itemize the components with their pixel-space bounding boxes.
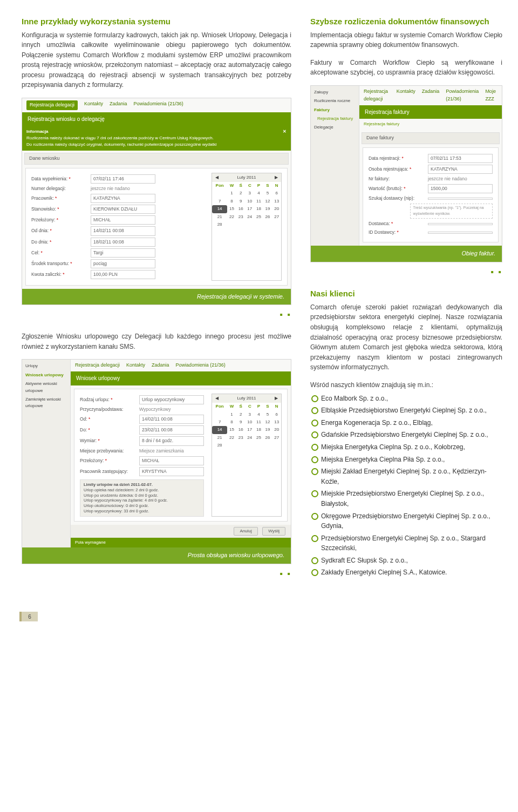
decorative-dots: ▪ ▪ xyxy=(310,266,502,279)
cal-title: Luty 2011 xyxy=(237,174,256,181)
sidebar: Urlopy Wniosek urlopowy Aktywne wnioski … xyxy=(22,360,71,547)
send-button[interactable]: Wyślij xyxy=(262,527,285,536)
right-heading-1: Szybsze rozliczenia dokumentów finansowy… xyxy=(310,16,502,27)
val-przelozony[interactable]: MICHAŁ xyxy=(91,215,155,225)
required-fields-label: Pola wymagane xyxy=(71,538,291,547)
lbl-przyczyna: Przyczyna/podstawa: xyxy=(80,406,139,413)
list-item: Energa Kogeneracja Sp. z o.o., Elbląg, xyxy=(311,418,502,428)
val-osoba[interactable]: KATARZYNA xyxy=(428,165,493,174)
sidebar-item-active[interactable]: Wniosek urlopowy xyxy=(25,372,67,378)
calendar-widget-2[interactable]: ◀Luty 2011▶ PonWŚCPSN 123456 78910111213… xyxy=(212,394,282,517)
val-wymiar[interactable]: 8 dni / 64 godz. xyxy=(139,436,204,445)
list-item: Okręgowe Przedsiębiorstwo Energetyki Cie… xyxy=(311,511,502,531)
lbl-osoba: Osoba rejestrująca: xyxy=(369,166,408,172)
val-numer: jeszcze nie nadano xyxy=(91,185,130,192)
sidebar-item[interactable]: Aktywne wnioski urlopowe xyxy=(25,381,67,394)
val-do-dnia[interactable]: 18/02/11 00:08 xyxy=(91,238,155,247)
calendar-widget[interactable]: ◀Luty 2011▶ PonWŚCPSN 123456 78910111213… xyxy=(212,173,282,281)
tab[interactable]: Rejestracja delegacji xyxy=(364,88,390,103)
tab[interactable]: Moje ZZZ xyxy=(485,88,497,103)
val-wartosc[interactable]: 1500,00 xyxy=(428,184,493,193)
lbl-srodek: Środek transportu: xyxy=(31,261,69,266)
sidebar-item[interactable]: Faktury xyxy=(314,107,356,113)
val-przelozony2[interactable]: MICHAŁ xyxy=(139,456,204,465)
cal-next-icon[interactable]: ▶ xyxy=(275,174,278,181)
sidebar-item[interactable]: Urlopy xyxy=(25,363,67,369)
search-hint: Treść wyszukiwania (np. "1"). Poczekaj n… xyxy=(410,204,493,219)
tab[interactable]: Powiadomienia (21/36) xyxy=(446,88,479,103)
right-para-2: Faktury w Comarch Workflow Ciepło są wer… xyxy=(310,58,502,78)
list-item: Elbląskie Przedsiębiorstwo Energetyki Ci… xyxy=(311,405,502,416)
tab-kontakty[interactable]: Kontakty xyxy=(84,100,103,110)
val-cel[interactable]: Targi xyxy=(91,248,155,258)
val-pracownik[interactable]: KATARZYNA xyxy=(91,194,155,203)
info-heading: Informacja xyxy=(26,129,48,134)
lbl-pracownik: Pracownik: xyxy=(31,195,54,201)
tab[interactable]: Zadania xyxy=(422,88,440,103)
cal-prev-icon[interactable]: ◀ xyxy=(215,174,219,181)
val-od-dnia[interactable]: 14/02/11 00:08 xyxy=(91,226,155,235)
tab[interactable]: Kontakty xyxy=(397,88,415,103)
val-kwota[interactable]: 100,00 PLN xyxy=(91,270,155,279)
figure-caption-1: Rejestracja delegacji w systemie. xyxy=(22,289,291,304)
tab-zadania[interactable]: Zadania xyxy=(110,100,127,110)
sidebar-item[interactable]: Zamknięte wnioski urlopowe xyxy=(25,396,67,410)
left-para-1: Konfiguracja w systemie formularzy kadro… xyxy=(22,30,291,91)
panel-title: Rejestracja wniosku o delegację xyxy=(22,112,291,126)
tab[interactable]: Rejestracja delegacji xyxy=(75,362,120,369)
list-item: Miejskie Przedsiębiorstwo Energetyki Cie… xyxy=(311,489,502,509)
lbl-numer: Numer delegacji: xyxy=(31,185,91,192)
decorative-dots: ▪ ▪ xyxy=(22,567,291,581)
lbl-cel: Cel: xyxy=(31,250,39,255)
val-rodzaj[interactable]: Urlop wypoczynkowy xyxy=(139,395,204,404)
dane-faktury-label: Dane faktury xyxy=(362,132,500,144)
figure-delegacja: Rejestracja delegacji Kontakty Zadania P… xyxy=(22,98,291,305)
val-srodek[interactable]: pociąg xyxy=(91,259,155,268)
page-number: 6 xyxy=(22,612,38,621)
lbl-od-dnia: Od dnia: xyxy=(31,228,49,233)
sidebar-item[interactable]: Zakupy xyxy=(314,89,356,96)
lbl-do: Do: xyxy=(80,427,87,432)
close-icon[interactable]: ✕ xyxy=(283,128,287,135)
cal-next-icon[interactable]: ▶ xyxy=(275,395,278,402)
left-heading-1: Inne przykłady wykorzystania systemu xyxy=(22,16,291,27)
val-data-rej[interactable]: 07/02/11 17:53 xyxy=(428,154,493,163)
val-dostawca[interactable] xyxy=(428,223,493,225)
tab[interactable]: Zadania xyxy=(152,362,169,369)
val-od[interactable]: 14/02/11 00:08 xyxy=(139,415,204,424)
val-zastep[interactable]: KRYSTYNA xyxy=(139,467,204,476)
panel-title-faktura: Rejestracja faktury xyxy=(359,105,502,119)
tab-rejestracja[interactable]: Rejestracja delegacji xyxy=(26,100,78,110)
list-item: Gdańskie Przedsiębiorstwo Energetyki Cie… xyxy=(311,430,502,440)
val-miejsce: Miejsce zamieszkania xyxy=(139,448,184,455)
lbl-nr: Nr faktury: xyxy=(369,175,428,182)
tab-powiadomienia[interactable]: Powiadomienia (21/36) xyxy=(134,100,183,110)
list-item: Przedsiębiorstwo Energetyki Cieplnej Sp.… xyxy=(311,533,502,553)
sidebar-item[interactable]: Rozliczenia roczne xyxy=(314,98,356,104)
sidebar-item[interactable]: Delegacje xyxy=(314,124,356,131)
lbl-przelozony: Przełożony: xyxy=(31,217,55,222)
lbl-dostawca: Dostawca: xyxy=(369,221,390,226)
lbl-przelozony2: Przełożony: xyxy=(80,458,104,463)
val-stanowisko[interactable]: KIEROWNIK DZIAŁU xyxy=(91,205,155,214)
figure-caption-3: Obieg faktur. xyxy=(311,246,502,261)
lbl-szukaj: Szukaj dostawcy (nip): xyxy=(369,195,428,202)
lbl-data-wypelnienia: Data wypełnienia: xyxy=(31,176,67,181)
tab[interactable]: Kontakty xyxy=(126,362,145,369)
val-data-wypelnienia[interactable]: 07/02/11 17:46 xyxy=(91,174,155,184)
sub-tab[interactable]: Rejestracja faktury xyxy=(359,119,502,130)
val-iddostawca[interactable] xyxy=(428,232,493,234)
cal-prev-icon[interactable]: ◀ xyxy=(215,395,219,402)
panel-title: Wniosek urlopowy xyxy=(71,371,291,385)
lbl-rodzaj: Rodzaj urlopu: xyxy=(80,397,110,402)
sidebar-faktura: Zakupy Rozliczenia roczne Faktury Rejest… xyxy=(311,86,359,246)
dane-wniosku-label: Dane wniosku xyxy=(24,153,289,165)
list-item: Miejski Zakład Energetyki Cieplnej Sp. z… xyxy=(311,466,502,486)
val-do[interactable]: 23/02/11 00:08 xyxy=(139,425,204,435)
info-line-2: Do rozliczenia należy dołączyć oryginał,… xyxy=(26,142,216,147)
cancel-button[interactable]: Anuluj xyxy=(234,527,257,536)
search-input[interactable] xyxy=(428,198,493,200)
leave-limits-summary: Limity urlopów na dzień 2011-02-07. Urlo… xyxy=(80,479,204,517)
sidebar-item-active[interactable]: Rejestracja faktury xyxy=(314,116,356,122)
tab[interactable]: Powiadomienia (21/36) xyxy=(176,362,226,369)
